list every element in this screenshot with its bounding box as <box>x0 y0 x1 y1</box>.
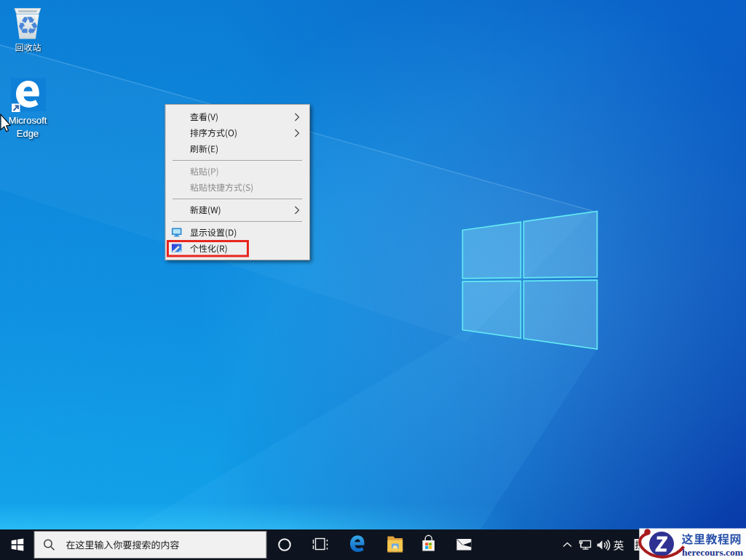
svg-text:Microsoft: Microsoft <box>9 115 47 126</box>
svg-text:herecours.com: herecours.com <box>682 547 744 558</box>
svg-text:Edge: Edge <box>17 128 39 139</box>
